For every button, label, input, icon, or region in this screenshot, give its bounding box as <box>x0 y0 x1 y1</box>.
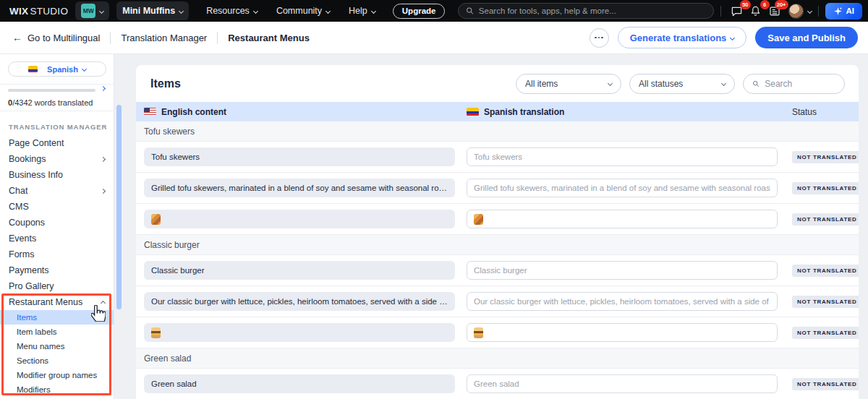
workspace-badge: MW <box>81 4 95 18</box>
inbox-button[interactable]: 20+ <box>765 3 784 19</box>
site-name: Mini Muffins <box>122 6 175 16</box>
ai-assistant-button[interactable]: AI <box>825 3 863 20</box>
progress-text: 0/4342 words translated <box>8 98 108 107</box>
translation-input[interactable] <box>474 266 770 275</box>
translation-input-wrap <box>467 292 778 311</box>
english-value <box>144 323 455 342</box>
column-spanish-translation: Spanish translation <box>467 107 789 117</box>
table-row: NOT TRANSLATED <box>136 317 859 348</box>
table-row: NOT TRANSLATED <box>136 204 859 235</box>
items-panel: Items All items All statuses <box>136 65 859 399</box>
translation-input[interactable] <box>474 184 770 192</box>
translation-manager-screen: WIXSTUDIO MW Mini Muffins Resources Comm… <box>0 0 868 399</box>
oden-skewer-emoji <box>474 214 483 225</box>
divider <box>110 32 111 44</box>
search-icon <box>752 80 760 88</box>
column-status: Status <box>789 107 850 117</box>
progress-bar <box>8 89 95 92</box>
filter-all-items-dropdown[interactable]: All items <box>516 74 621 94</box>
english-value: Grilled tofu skewers, marinated in a ble… <box>144 179 455 197</box>
chevron-down-icon <box>730 35 735 40</box>
table-search[interactable] <box>743 74 845 94</box>
chevron-down-icon <box>326 8 331 13</box>
nav-community[interactable]: Community <box>276 6 330 16</box>
account-menu[interactable] <box>788 4 812 19</box>
sparkle-icon <box>833 7 843 16</box>
status-badge: NOT TRANSLATED <box>792 182 859 194</box>
chevron-down-icon <box>371 8 376 13</box>
sidebar-item-events[interactable]: Events <box>0 231 114 246</box>
translation-progress: 0/4342 words translated <box>8 89 108 107</box>
action-bar: ← Go to Multilingual Translation Manager… <box>0 22 868 54</box>
sidebar-subitem-menu-names[interactable]: Menu names <box>0 339 114 353</box>
sidebar-item-coupons[interactable]: Coupons <box>0 215 114 231</box>
sidebar-item-payments[interactable]: Payments <box>0 262 114 278</box>
site-switcher[interactable]: Mini Muffins <box>116 1 189 20</box>
divider <box>0 111 114 111</box>
sidebar-item-chat[interactable]: Chat <box>0 183 114 199</box>
table-header: English content Spanish translation Stat… <box>136 102 859 121</box>
table-search-input[interactable] <box>765 79 835 89</box>
chevron-right-icon[interactable] <box>101 86 106 91</box>
sidebar-subitem-modifier-group-names[interactable]: Modifier group names <box>0 368 114 382</box>
wix-studio-logo[interactable]: WIXSTUDIO <box>9 6 68 17</box>
translation-input[interactable] <box>474 379 770 388</box>
sidebar-item-pro-gallery[interactable]: Pro Gallery <box>0 278 114 294</box>
sidebar-item-cms[interactable]: CMS <box>0 199 114 215</box>
back-arrow-icon: ← <box>12 32 22 43</box>
upgrade-button[interactable]: Upgrade <box>393 4 446 19</box>
global-search[interactable] <box>458 3 714 19</box>
translation-input-wrap <box>467 147 778 166</box>
generate-translations-button[interactable]: Generate translations <box>618 27 747 48</box>
sidebar-subitem-item-labels[interactable]: Item labels <box>0 325 114 339</box>
english-value: Tofu skewers <box>144 147 455 166</box>
sidebar-scrollbar[interactable] <box>116 105 122 309</box>
back-to-multilingual-link[interactable]: ← Go to Multilingual <box>12 32 100 43</box>
language-selector[interactable]: Spanish <box>8 61 106 77</box>
nav-resources[interactable]: Resources <box>206 6 258 16</box>
divider <box>217 32 218 44</box>
translation-input-wrap[interactable] <box>467 323 778 342</box>
sidebar-subitem-items[interactable]: Items <box>0 310 114 325</box>
chat-messages-button[interactable]: 50 <box>728 3 746 19</box>
english-value: Our classic burger with lettuce, pickles… <box>144 292 455 311</box>
divider <box>818 6 819 17</box>
english-value <box>144 210 455 228</box>
sidebar-item-forms[interactable]: Forms <box>0 246 114 262</box>
translation-input[interactable] <box>474 297 770 306</box>
filter-all-statuses-dropdown[interactable]: All statuses <box>629 74 735 94</box>
status-badge: NOT TRANSLATED <box>792 296 859 308</box>
sidebar-item-bookings[interactable]: Bookings <box>0 151 114 167</box>
search-icon <box>466 7 474 15</box>
sidebar-item-page-content[interactable]: Page Content <box>0 135 114 151</box>
translation-input[interactable] <box>474 153 770 161</box>
section-row-green-salad: Green salad <box>136 348 859 369</box>
chevron-down-icon <box>99 8 104 13</box>
table-row: Tofu skewers NOT TRANSLATED <box>136 142 859 173</box>
translation-input-wrap[interactable] <box>467 210 778 228</box>
global-search-input[interactable] <box>479 7 706 15</box>
nav-help[interactable]: Help <box>349 6 375 16</box>
oden-skewer-emoji <box>151 214 161 225</box>
logo-studio: STUDIO <box>30 6 68 17</box>
breadcrumb-translation-manager[interactable]: Translation Manager <box>121 33 207 43</box>
sidebar-subitem-sections[interactable]: Sections <box>0 353 114 368</box>
status-badge: NOT TRANSLATED <box>792 151 859 163</box>
workspace-switcher[interactable]: MW <box>75 1 109 20</box>
chevron-right-icon <box>101 156 106 161</box>
logo-wix: WIX <box>9 6 28 17</box>
section-row-classic-burger: Classic burger <box>136 235 859 255</box>
english-value: Green salad <box>144 374 455 393</box>
more-actions-button[interactable] <box>590 28 609 48</box>
sidebar-item-restaurant-menus[interactable]: Restaurant Menus <box>0 294 114 310</box>
sidebar-item-business-info[interactable]: Business Info <box>0 167 114 183</box>
sidebar-subitem-modifiers[interactable]: Modifiers <box>0 382 114 397</box>
burger-emoji <box>474 327 483 338</box>
save-and-publish-button[interactable]: Save and Publish <box>755 27 858 48</box>
breadcrumb-restaurant-menus: Restaurant Menus <box>228 33 310 43</box>
sidebar-section-title: TRANSLATION MANAGER <box>0 118 114 135</box>
notifications-button[interactable]: 6 <box>746 3 765 19</box>
content-area: Spanish 0/4342 words translated TRANSLAT… <box>0 54 868 399</box>
us-flag-icon <box>144 108 156 116</box>
bell-icon <box>750 5 761 17</box>
